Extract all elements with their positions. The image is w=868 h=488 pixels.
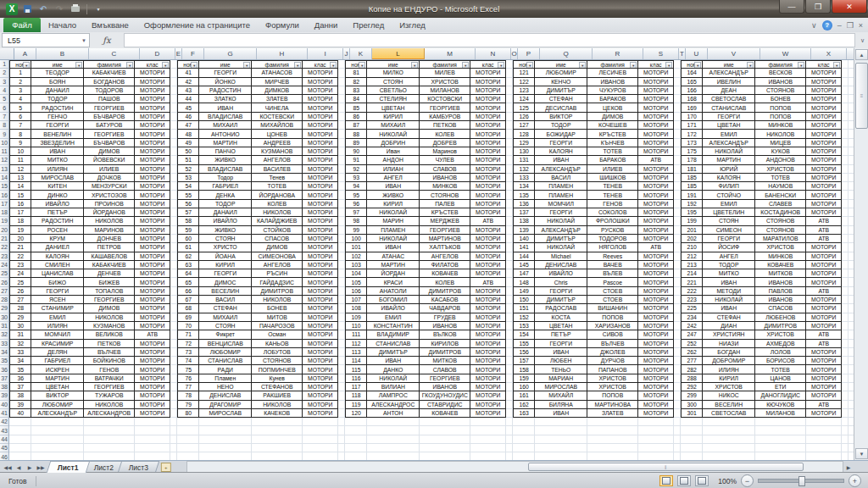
header-cell-фамилия[interactable]: фамилия▼ <box>755 60 806 69</box>
cell[interactable]: МОТОРИ <box>135 261 170 269</box>
cell[interactable]: ЛЮБОМИР <box>31 401 84 409</box>
column-header-G[interactable]: G <box>204 48 257 59</box>
cell[interactable]: МОМЧИЛ <box>535 200 587 208</box>
empty-cell[interactable] <box>681 418 703 426</box>
separator-cell[interactable] <box>842 174 849 182</box>
empty-cell[interactable] <box>535 418 587 426</box>
cell[interactable]: НИКОЛОВ <box>755 130 806 138</box>
separator-cell[interactable] <box>170 383 177 391</box>
separator-cell[interactable] <box>842 426 849 435</box>
cell[interactable]: МАРТИН <box>199 139 252 147</box>
cell[interactable]: МОТОРИ <box>806 139 842 147</box>
cell[interactable]: ГЕНОВ <box>84 365 135 374</box>
cell[interactable]: 28 <box>9 304 31 313</box>
empty-cell[interactable] <box>303 444 338 452</box>
cell[interactable]: МОТОРИ <box>470 365 506 374</box>
cell[interactable]: МИТКО <box>31 156 84 164</box>
separator-cell[interactable] <box>506 383 513 391</box>
cell[interactable]: НИКОЛАЙ <box>367 374 420 383</box>
cell[interactable]: ЧУЛЕВ <box>420 156 470 164</box>
separator-cell[interactable] <box>674 130 681 138</box>
cell[interactable]: 148 <box>513 278 535 286</box>
cell[interactable]: КАШАВЕЛОВ <box>84 252 135 261</box>
cell[interactable]: МОТОРИ <box>638 69 674 77</box>
cell[interactable]: БОЙКИНОВ <box>84 357 135 365</box>
separator-cell[interactable] <box>674 287 681 296</box>
cell[interactable]: 125 <box>513 103 535 112</box>
cell[interactable]: ЦВЕТЕЛИН <box>703 208 755 217</box>
cell[interactable]: КУЗМАНОВ <box>84 322 135 330</box>
separator-cell[interactable] <box>842 139 849 147</box>
header-cell-фамилия[interactable]: фамилия▼ <box>84 60 135 69</box>
column-header-P[interactable]: P <box>518 48 540 59</box>
cell[interactable]: МОТОРИ <box>303 200 338 208</box>
cell[interactable]: ГЕОРГИ <box>535 287 587 296</box>
cell[interactable]: ДЕНЧЕВ <box>84 269 135 278</box>
cell[interactable]: ГКОУДУНОУДИС <box>420 391 470 400</box>
empty-cell[interactable] <box>638 444 674 452</box>
separator-cell[interactable] <box>338 452 345 460</box>
cell[interactable]: ЦВЕТАН <box>31 383 84 391</box>
cell[interactable]: 223 <box>681 296 703 304</box>
separator-cell[interactable] <box>674 322 681 330</box>
cell[interactable]: ДЕЛЯН <box>31 348 84 357</box>
cell[interactable]: МИЛКО <box>367 69 420 77</box>
cell[interactable]: ИВАЙЛО <box>367 304 420 313</box>
cell[interactable]: МОТОРИ <box>806 313 842 322</box>
column-header-D[interactable]: D <box>140 48 175 59</box>
cell[interactable]: 157 <box>513 357 535 365</box>
cell[interactable]: АТВ <box>806 217 842 225</box>
empty-cell[interactable] <box>199 426 252 435</box>
separator-cell[interactable] <box>842 95 849 103</box>
separator-cell[interactable] <box>338 269 345 278</box>
row-header-19[interactable]: 19 <box>0 217 8 225</box>
separator-cell[interactable] <box>506 139 513 147</box>
separator-cell[interactable] <box>506 348 513 357</box>
cell[interactable]: ГЕОРГИЕВ <box>84 130 135 138</box>
cell[interactable]: СТОЯНОВ <box>755 86 806 95</box>
cell[interactable]: АТВ <box>806 235 842 243</box>
separator-cell[interactable] <box>338 165 345 174</box>
cell[interactable]: ГЕОРГИ <box>199 269 252 278</box>
separator-cell[interactable] <box>338 103 345 112</box>
cell[interactable]: ГАБРИЕЛ <box>31 357 84 365</box>
cell[interactable]: МОТОРИ <box>470 409 506 418</box>
separator-cell[interactable] <box>674 95 681 103</box>
cell[interactable]: ВАСИЛ <box>535 174 587 182</box>
cell[interactable]: МЕНЗУРСКИ <box>84 182 135 191</box>
cell[interactable]: МОТОРИ <box>470 113 506 121</box>
cell[interactable]: ИВАН <box>367 182 420 191</box>
empty-cell[interactable] <box>806 435 842 444</box>
separator-cell[interactable] <box>170 130 177 138</box>
separator-cell[interactable] <box>506 156 513 164</box>
cell[interactable]: ЮРИЙ <box>703 165 755 174</box>
cell[interactable]: 45 <box>177 103 199 112</box>
empty-cell[interactable] <box>177 452 199 460</box>
separator-cell[interactable] <box>842 365 849 374</box>
cell[interactable]: 77 <box>177 383 199 391</box>
separator-cell[interactable] <box>170 330 177 339</box>
cell[interactable]: ГЕОРГИ <box>703 113 755 121</box>
cell[interactable]: КОСТОВСКИ <box>420 95 470 103</box>
cell[interactable]: ДИМИТРОВ <box>252 287 303 296</box>
separator-cell[interactable] <box>170 252 177 261</box>
cell[interactable]: АТВ <box>806 401 842 409</box>
separator-cell[interactable] <box>338 113 345 121</box>
cell[interactable]: 1 <box>9 69 31 77</box>
cell[interactable]: МОТОРИ <box>806 156 842 164</box>
cell[interactable]: ПЕТЪР <box>31 208 84 217</box>
separator-cell[interactable] <box>338 261 345 269</box>
cell[interactable]: МОТОРИ <box>470 261 506 269</box>
cell[interactable]: МИХАЙЛ <box>535 391 587 400</box>
row-header-7[interactable]: 7 <box>0 113 8 121</box>
separator-cell[interactable] <box>170 147 177 156</box>
cell[interactable]: ЖИВКО <box>199 226 252 235</box>
separator-cell[interactable] <box>170 217 177 225</box>
empty-cell[interactable] <box>367 444 420 452</box>
cell[interactable]: ХРИСТОЗОВ <box>84 191 135 199</box>
cell[interactable]: ХРИСТОВ <box>587 383 638 391</box>
cell[interactable]: 23 <box>9 261 31 269</box>
cell[interactable]: МОТОРИ <box>806 304 842 313</box>
cell[interactable]: 214 <box>681 269 703 278</box>
cell[interactable]: ВЕНЕЛИН <box>31 130 84 138</box>
